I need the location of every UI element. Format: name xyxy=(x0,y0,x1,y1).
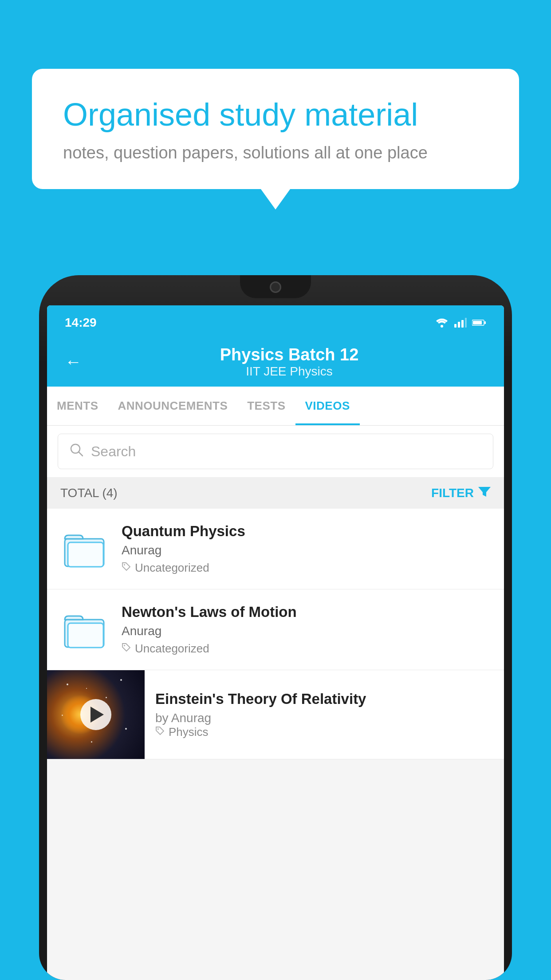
search-input-placeholder[interactable]: Search xyxy=(91,443,136,460)
svg-point-16 xyxy=(124,645,125,646)
svg-marker-10 xyxy=(478,487,491,497)
header-center: Physics Batch 12 IIT JEE Physics xyxy=(92,345,486,379)
folder-icon xyxy=(63,527,107,571)
list-item[interactable]: Newton's Laws of Motion Anurag Uncategor… xyxy=(47,589,504,670)
svg-line-9 xyxy=(79,452,83,456)
bubble-subtitle: notes, question papers, solutions all at… xyxy=(63,143,488,162)
play-button[interactable] xyxy=(80,699,111,730)
svg-point-17 xyxy=(157,728,159,730)
list-item[interactable]: Einstein's Theory Of Relativity by Anura… xyxy=(47,670,504,759)
folder-icon xyxy=(63,608,107,652)
list-item[interactable]: Quantum Physics Anurag Uncategorized xyxy=(47,509,504,589)
wifi-icon xyxy=(435,318,449,328)
play-triangle-icon xyxy=(91,707,104,723)
status-bar: 14:29 xyxy=(47,305,504,336)
total-count: TOTAL (4) xyxy=(60,486,118,500)
video-title-3: Einstein's Theory Of Relativity xyxy=(155,691,493,707)
svg-rect-6 xyxy=(484,321,486,324)
header-subtitle: IIT JEE Physics xyxy=(92,364,486,379)
signal-icon xyxy=(454,318,467,328)
video-tag-3: Physics xyxy=(155,725,493,739)
filter-button[interactable]: FILTER xyxy=(431,485,491,501)
video-title-2: Newton's Laws of Motion xyxy=(122,604,491,620)
svg-rect-7 xyxy=(473,321,482,324)
svg-rect-2 xyxy=(458,322,460,328)
header-title: Physics Batch 12 xyxy=(92,345,486,364)
search-container: Search xyxy=(47,426,504,477)
video-title-1: Quantum Physics xyxy=(122,523,491,540)
phone-screen: 14:29 xyxy=(47,305,504,980)
tag-icon xyxy=(122,562,131,574)
app-header: ← Physics Batch 12 IIT JEE Physics xyxy=(47,336,504,387)
tab-announcements[interactable]: ANNOUNCEMENTS xyxy=(108,387,238,425)
tag-icon xyxy=(155,725,165,739)
video-info-1: Quantum Physics Anurag Uncategorized xyxy=(122,523,491,575)
status-icons xyxy=(435,318,486,328)
battery-icon xyxy=(472,319,486,327)
bubble-title: Organised study material xyxy=(63,95,488,134)
back-button[interactable]: ← xyxy=(65,352,82,371)
video-info-3: Einstein's Theory Of Relativity by Anura… xyxy=(145,680,504,750)
video-tag-1: Uncategorized xyxy=(122,561,491,575)
tab-videos[interactable]: VIDEOS xyxy=(295,387,360,425)
phone-frame: 14:29 xyxy=(39,275,512,980)
svg-rect-12 xyxy=(68,542,103,567)
video-author-2: Anurag xyxy=(122,624,491,638)
front-camera xyxy=(270,281,281,293)
video-author-3: by Anurag xyxy=(155,711,493,725)
video-list: Quantum Physics Anurag Uncategorized xyxy=(47,509,504,759)
video-thumbnail-3 xyxy=(47,670,145,759)
video-tag-2: Uncategorized xyxy=(122,642,491,656)
tab-tests[interactable]: TESTS xyxy=(237,387,295,425)
svg-rect-1 xyxy=(454,324,457,328)
status-time: 14:29 xyxy=(65,316,97,330)
video-info-2: Newton's Laws of Motion Anurag Uncategor… xyxy=(122,604,491,656)
search-icon xyxy=(69,442,84,461)
svg-point-13 xyxy=(124,564,125,565)
tab-ments[interactable]: MENTS xyxy=(47,387,108,425)
phone-notch xyxy=(240,275,311,298)
svg-rect-15 xyxy=(68,623,103,648)
video-author-1: Anurag xyxy=(122,543,491,557)
search-box[interactable]: Search xyxy=(58,434,493,469)
video-thumbnail-2 xyxy=(60,605,109,654)
video-thumbnail-1 xyxy=(60,525,109,573)
speech-bubble: Organised study material notes, question… xyxy=(32,69,519,189)
filter-icon xyxy=(478,485,491,501)
svg-point-0 xyxy=(441,325,443,328)
speech-bubble-container: Organised study material notes, question… xyxy=(32,69,519,189)
tab-bar: MENTS ANNOUNCEMENTS TESTS VIDEOS xyxy=(47,387,504,426)
svg-rect-4 xyxy=(465,318,467,328)
tag-icon xyxy=(122,643,131,655)
svg-rect-3 xyxy=(461,320,464,328)
filter-bar: TOTAL (4) FILTER xyxy=(47,477,504,509)
